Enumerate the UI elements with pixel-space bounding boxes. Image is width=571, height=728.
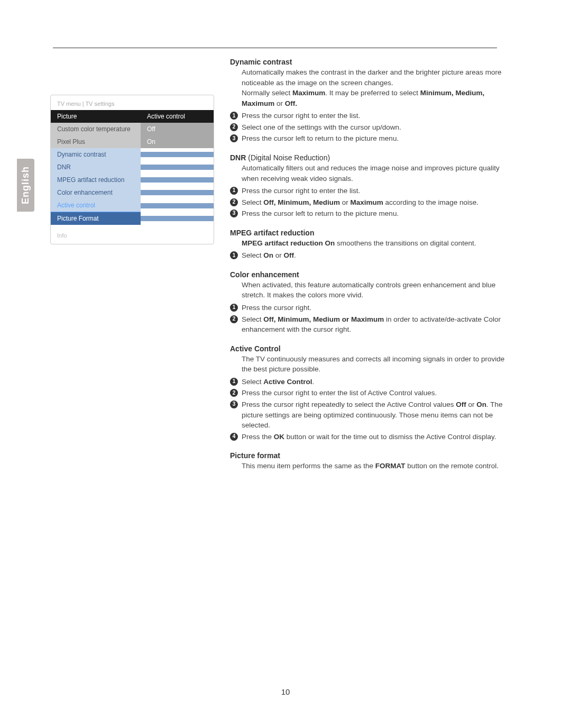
step-list: 1Select Active Control. 2Press the curso… [230, 377, 513, 442]
section-body: Automatically filters out and reduces th… [230, 163, 513, 184]
step-list: 1Press the cursor right. 2Select Off, Mi… [230, 303, 513, 335]
text: . [294, 251, 296, 259]
step: 2Select Off, Minimum, Medium or Maximum … [230, 314, 513, 335]
section-active-control: Active Control The TV continuously measu… [230, 344, 513, 442]
text: . [312, 378, 315, 386]
menu-info: Info [51, 225, 214, 244]
text: (Digital Noise Reduction) [246, 153, 330, 162]
section-body: When activated, this feature automatical… [230, 280, 513, 301]
menu-value [141, 152, 214, 157]
menu-label: Active control [51, 199, 141, 212]
menu-row-selected: Active control [51, 199, 214, 212]
step-text: Select one of the settings with the curs… [242, 122, 401, 133]
text: or [340, 198, 351, 206]
section-title: Active Control [230, 344, 513, 353]
menu-value [141, 177, 214, 183]
menu-header-left: Picture [51, 110, 141, 123]
menu-value [141, 190, 214, 195]
text: Select [242, 198, 263, 206]
text: Automatically makes the contrast in the … [242, 68, 502, 87]
step-number-icon: 1 [230, 251, 238, 259]
section-title: Dynamic contrast [230, 58, 513, 66]
text: according to the image noise. [383, 198, 478, 206]
manual-page: English TV menu | TV settings Picture Ac… [0, 0, 571, 728]
text: button on the remote control. [406, 462, 499, 470]
step-number-icon: 2 [230, 315, 238, 323]
bold: DNR [230, 153, 246, 162]
step-number-icon: 1 [230, 304, 238, 312]
section-mpeg: MPEG artifact reduction MPEG artifact re… [230, 229, 513, 261]
text: Select [242, 251, 263, 259]
menu-row: Picture Format [51, 212, 214, 225]
bold: Off, Minimum, Medium or Maximum [263, 315, 384, 323]
text: button or wait for the time out to dismi… [284, 433, 496, 441]
content-columns: TV menu | TV settings Picture Active con… [21, 58, 529, 481]
step-number-icon: 1 [230, 112, 238, 120]
step-text: Select Off, Minimum, Medium or Maximum a… [242, 197, 478, 208]
text: Normally select [242, 89, 292, 97]
text: . It may be preferred to select [325, 89, 420, 97]
menu-header-right: Active control [141, 110, 214, 123]
section-title: MPEG artifact reduction [230, 229, 513, 237]
section-title: DNR (Digital Noise Reduction) [230, 153, 513, 162]
text: Press the cursor right repeatedly to sel… [242, 401, 456, 408]
section-body: This menu item performs the same as the … [230, 461, 513, 471]
step: 1Select Active Control. [230, 377, 513, 387]
step-list: 1Press the cursor right to enter the lis… [230, 111, 513, 144]
step-text: Press the cursor right to enter the list… [242, 186, 360, 196]
section-title: Picture format [230, 451, 513, 460]
menu-row: Custom color temperature Off [51, 123, 214, 135]
menu-header-row: Picture Active control [51, 110, 214, 123]
step-number-icon: 3 [230, 401, 238, 408]
step-number-icon: 1 [230, 187, 238, 195]
menu-label: Custom color temperature [51, 123, 141, 135]
menu-label: Picture Format [51, 212, 141, 225]
menu-label: MPEG artifact reduction [51, 174, 141, 186]
step-number-icon: 4 [230, 433, 238, 441]
step-text: Press the cursor left to return to the p… [242, 133, 399, 144]
text: Press the [242, 433, 274, 441]
section-title: Color enhancement [230, 270, 513, 279]
page-number: 10 [281, 687, 290, 696]
menu-value [141, 216, 214, 221]
step-text: Press the OK button or wait for the time… [242, 432, 496, 442]
step-number-icon: 2 [230, 123, 238, 131]
step: 1Select On or Off. [230, 250, 513, 261]
menu-value [141, 203, 214, 208]
menu-value: Off [141, 123, 214, 135]
bold: On [263, 251, 273, 259]
section-body: MPEG artifact reduction On smoothens the… [230, 238, 513, 249]
section-dnr: DNR (Digital Noise Reduction) Automatica… [230, 153, 513, 219]
step: 4Press the OK button or wait for the tim… [230, 432, 513, 442]
bold: FORMAT [375, 462, 406, 470]
menu-row: Color enhancement [51, 186, 214, 199]
step-number-icon: 2 [230, 389, 238, 397]
bold: OK [274, 433, 284, 441]
menu-value: On [141, 135, 214, 148]
step-text: Press the cursor right. [242, 303, 311, 313]
right-column: Dynamic contrast Automatically makes the… [230, 58, 529, 481]
step-text: Press the cursor right repeatedly to sel… [242, 399, 513, 431]
section-picture-format: Picture format This menu item performs t… [230, 451, 513, 471]
menu-label: Color enhancement [51, 186, 141, 199]
menu-label: Pixel Plus [51, 135, 141, 148]
section-body: Automatically makes the contrast in the … [230, 67, 513, 108]
section-dynamic-contrast: Dynamic contrast Automatically makes the… [230, 58, 513, 144]
bold: Maximum [292, 89, 325, 97]
step-text: Press the cursor right to enter the list… [242, 388, 437, 398]
step: 1Press the cursor right to enter the lis… [230, 186, 513, 196]
tv-menu-screenshot: TV menu | TV settings Picture Active con… [50, 95, 214, 244]
text: or [274, 99, 285, 107]
text: Select [242, 378, 263, 386]
step-number-icon: 2 [230, 198, 238, 206]
menu-row: DNR [51, 161, 214, 174]
menu-row: MPEG artifact reduction [51, 174, 214, 186]
step-text: Select On or Off. [242, 250, 296, 261]
left-column: TV menu | TV settings Picture Active con… [50, 58, 214, 481]
text: or [273, 251, 284, 259]
step-number-icon: 1 [230, 378, 238, 386]
step-number-icon: 3 [230, 134, 238, 142]
step: 2Select one of the settings with the cur… [230, 122, 513, 133]
menu-row: Dynamic contrast [51, 148, 214, 161]
step-text: Select Active Control. [242, 377, 314, 387]
